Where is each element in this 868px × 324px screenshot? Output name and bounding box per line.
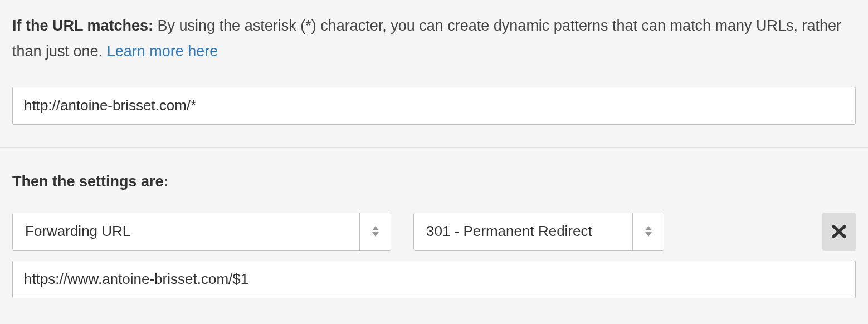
url-match-section: If the URL matches: By using the asteris… (0, 0, 868, 147)
remove-button[interactable] (822, 213, 856, 251)
url-pattern-input[interactable] (12, 87, 856, 125)
learn-more-link[interactable]: Learn more here (107, 43, 218, 60)
settings-heading: Then the settings are: (12, 173, 856, 190)
settings-row: Forwarding URL 301 - Permanent Redirect (12, 213, 856, 251)
stepper-icon[interactable] (632, 213, 664, 250)
stepper-icon[interactable] (359, 213, 391, 250)
redirect-type-value[interactable]: 301 - Permanent Redirect (414, 213, 632, 250)
settings-section: Then the settings are: Forwarding URL 30… (0, 147, 868, 310)
close-icon (832, 224, 846, 239)
url-match-label: If the URL matches: (12, 17, 153, 34)
setting-type-select[interactable]: Forwarding URL (12, 213, 391, 251)
setting-type-value[interactable]: Forwarding URL (13, 213, 359, 250)
url-match-description: If the URL matches: By using the asteris… (12, 13, 856, 65)
redirect-type-select[interactable]: 301 - Permanent Redirect (413, 213, 664, 251)
destination-url-input[interactable] (12, 261, 856, 298)
